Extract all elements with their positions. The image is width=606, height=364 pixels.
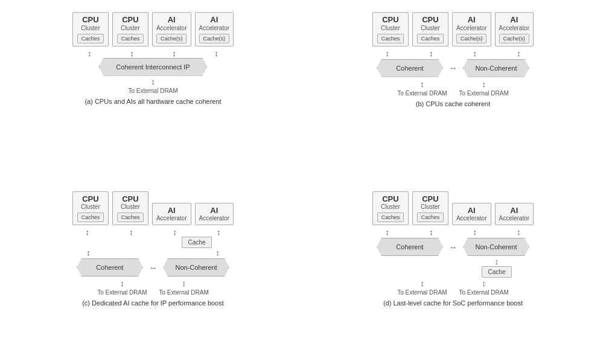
dram-row-c: ↕ To External DRAM ↕ To External DRAM bbox=[97, 279, 209, 296]
banners-row-d: Coherent ↔ Non-Coherent bbox=[377, 238, 529, 256]
dram-right-c: To External DRAM bbox=[159, 289, 209, 296]
banner-left-d: Coherent bbox=[377, 238, 443, 256]
unit-ai2-d-title: AI bbox=[510, 206, 518, 216]
unit-ai1-b: AI Accelerator Cache(s) bbox=[452, 12, 491, 46]
arrows-to-banners-b: ↕ ↕ ↕ ↕ bbox=[366, 49, 541, 58]
arrow-down-3d: ↕ bbox=[473, 228, 477, 237]
unit-cpu2-a-cache: Caches bbox=[117, 34, 144, 43]
arrows-to-banners-c: ↕ ↕ bbox=[66, 248, 241, 257]
caption-b: (b) CPUs cache coherent bbox=[416, 100, 491, 107]
dram-row-b: ↕ To External DRAM ↕ To External DRAM bbox=[397, 80, 509, 97]
arrow-dram-right-b: ↕ bbox=[482, 80, 486, 89]
arrow-down-4ca: ↕ bbox=[215, 248, 220, 257]
unit-cpu2-a-subtitle: Cluster bbox=[121, 25, 140, 32]
arrow-down-4c: ↕ bbox=[217, 228, 221, 237]
unit-cpu1-d-subtitle: Cluster bbox=[381, 203, 400, 211]
dram-left-c: To External DRAM bbox=[97, 289, 147, 296]
arrow-down-1d: ↕ bbox=[386, 228, 390, 237]
arrow-dram-right-c: ↕ bbox=[182, 279, 186, 288]
arrow-down-4d: ↕ bbox=[517, 228, 521, 237]
caption-a: (a) CPUs and AIs all hardware cache cohe… bbox=[85, 98, 221, 105]
unit-cpu1-a: CPU Cluster Caches bbox=[72, 12, 109, 46]
unit-cpu1-c-subtitle: Cluster bbox=[81, 203, 100, 211]
unit-ai2-d: AI Accelerator bbox=[495, 203, 534, 226]
arrow-down-3a: ↕ bbox=[172, 49, 176, 58]
banners-row-b: Coherent ↔ Non-Coherent bbox=[377, 59, 529, 77]
diagram-d: CPU Cluster Caches CPU Cluster Caches AI… bbox=[306, 185, 600, 359]
arrows-to-banners-d: ↕ ↕ ↕ ↕ bbox=[366, 228, 541, 237]
unit-cpu1-d-cache: Caches bbox=[377, 212, 404, 222]
unit-cpu2-d-cache: Caches bbox=[417, 212, 444, 222]
unit-cpu1-c-title: CPU bbox=[82, 194, 98, 204]
arrow-down-llc-d: ↕ bbox=[495, 257, 499, 266]
unit-ai2-b-subtitle: Accelerator bbox=[499, 25, 530, 32]
unit-ai1-b-cache: Cache(s) bbox=[456, 34, 487, 43]
arrow-down-2a: ↕ bbox=[130, 49, 134, 58]
banner-right-c-label: Non-Coherent bbox=[175, 264, 217, 271]
caption-d: (d) Last-level cache for SoC performance… bbox=[383, 299, 523, 307]
unit-ai1-c: AI Accelerator bbox=[152, 203, 191, 226]
dram-left-col-c: ↕ To External DRAM bbox=[97, 279, 147, 296]
banner-left-b-label: Coherent bbox=[396, 65, 423, 72]
ai-cache-c: Cache bbox=[182, 237, 212, 248]
diagram-c: CPU Cluster Caches CPU Cluster Caches AI… bbox=[6, 185, 300, 359]
arrow-h-b: ↔ bbox=[449, 63, 457, 72]
unit-ai1-c-subtitle: Accelerator bbox=[156, 215, 187, 222]
unit-cpu2-c-title: CPU bbox=[122, 194, 138, 204]
unit-ai1-a-subtitle: Accelerator bbox=[156, 25, 187, 32]
units-row-a: CPU Cluster Caches CPU Cluster Caches AI… bbox=[72, 12, 234, 46]
dram-left-col-b: ↕ To External DRAM bbox=[397, 80, 447, 97]
unit-cpu1-b-cache: Caches bbox=[377, 34, 404, 43]
dram-row-d: ↕ To External DRAM ↕ To External DRAM bbox=[397, 279, 509, 296]
unit-ai2-c-subtitle: Accelerator bbox=[199, 215, 230, 222]
dram-right-b: To External DRAM bbox=[459, 90, 509, 97]
llc-row-d: Cache bbox=[366, 266, 541, 278]
arrow-down-1c: ↕ bbox=[86, 228, 90, 237]
unit-ai1-d-title: AI bbox=[468, 206, 476, 216]
unit-cpu1-b-title: CPU bbox=[382, 15, 398, 25]
unit-ai1-d: AI Accelerator bbox=[452, 203, 491, 226]
arrows-to-banner-a: ↕ ↕ ↕ ↕ bbox=[69, 49, 238, 58]
arrow-down-2b: ↕ bbox=[429, 49, 433, 58]
arrow-down-1b: ↕ bbox=[386, 49, 390, 58]
unit-cpu2-a-title: CPU bbox=[122, 15, 138, 25]
unit-ai2-a-subtitle: Accelerator bbox=[199, 25, 230, 32]
dram-left-col-d: ↕ To External DRAM bbox=[397, 279, 447, 296]
unit-ai1-d-subtitle: Accelerator bbox=[456, 215, 487, 222]
unit-ai1-b-title: AI bbox=[468, 15, 476, 25]
banner-left-b: Coherent bbox=[377, 59, 443, 77]
unit-ai1-a: AI Accelerator Cache(s) bbox=[152, 12, 191, 46]
unit-cpu2-b: CPU Cluster Caches bbox=[412, 12, 448, 46]
unit-ai2-a-cache: Cache(s) bbox=[199, 34, 230, 43]
banner-left-d-label: Coherent bbox=[396, 243, 423, 251]
arrow-down-4a: ↕ bbox=[214, 49, 218, 58]
arrow-down-1ca: ↕ bbox=[86, 248, 91, 257]
unit-ai1-a-title: AI bbox=[168, 15, 176, 25]
dram-right-col-c: ↕ To External DRAM bbox=[159, 279, 209, 296]
unit-cpu1-c-cache: Caches bbox=[77, 212, 104, 222]
unit-cpu2-b-cache: Caches bbox=[417, 34, 444, 43]
dram-left-d: To External DRAM bbox=[397, 289, 447, 296]
unit-ai2-a-title: AI bbox=[210, 15, 218, 25]
banner-right-d: Non-Coherent bbox=[463, 238, 529, 256]
banner-a: Coherent Interconnect IP bbox=[99, 58, 208, 76]
unit-ai1-c-title: AI bbox=[168, 206, 176, 216]
arrow-down-3b: ↕ bbox=[473, 49, 477, 58]
unit-cpu1-b-subtitle: Cluster bbox=[381, 25, 400, 32]
arrow-down-1a: ↕ bbox=[88, 49, 92, 58]
unit-cpu2-b-title: CPU bbox=[422, 15, 438, 25]
unit-ai2-d-subtitle: Accelerator bbox=[499, 215, 530, 222]
arrows-mid-c: ↕ ↕ ↕ ↕ bbox=[66, 228, 241, 237]
dram-right-col-d: ↕ To External DRAM bbox=[459, 279, 509, 296]
unit-cpu2-d-subtitle: Cluster bbox=[421, 203, 440, 211]
unit-cpu2-c-subtitle: Cluster bbox=[121, 203, 140, 211]
cache-row-c: Cache bbox=[66, 237, 241, 248]
dram-right-col-b: ↕ To External DRAM bbox=[459, 80, 509, 97]
diagram-a: CPU Cluster Caches CPU Cluster Caches AI… bbox=[6, 6, 300, 179]
banner-left-c: Coherent bbox=[77, 258, 143, 276]
diagram-b: CPU Cluster Caches CPU Cluster Caches AI… bbox=[306, 6, 600, 179]
unit-cpu2-d: CPU Cluster Caches bbox=[412, 191, 448, 226]
arrow-dram-left-d: ↕ bbox=[420, 279, 424, 288]
banners-row-c: Coherent ↔ Non-Coherent bbox=[77, 258, 229, 276]
unit-cpu2-c: CPU Cluster Caches bbox=[112, 191, 148, 226]
